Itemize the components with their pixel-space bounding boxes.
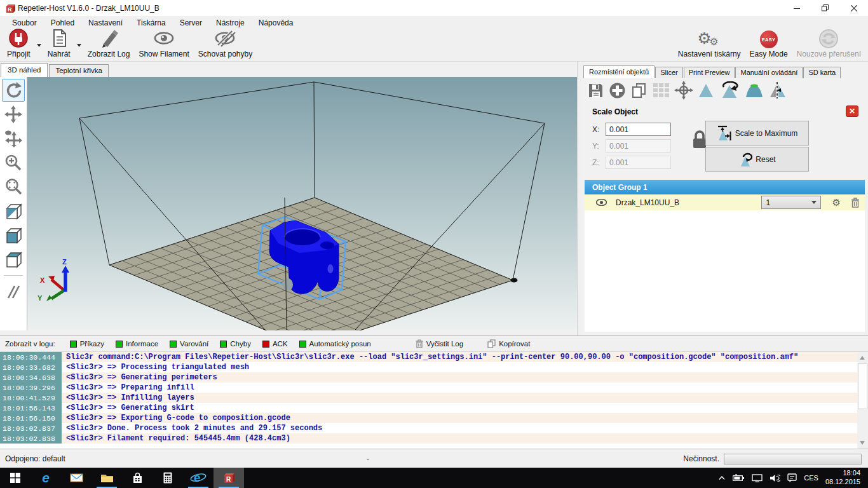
reset-scale-button[interactable]: Reset <box>705 147 809 172</box>
printer-settings-button[interactable]: ⚙ ⚙ Nastavení tiskárny <box>674 30 745 61</box>
object-delete-button[interactable] <box>851 198 860 208</box>
commands-indicator <box>70 341 77 348</box>
object-group-header[interactable]: Object Group 1 <box>585 180 865 194</box>
log-message: <Slic3r> Filament required: 545445.4mm (… <box>62 434 290 443</box>
axis-z-label: Z <box>62 258 67 266</box>
hide-moves-button[interactable]: Schovat pohyby <box>194 30 257 61</box>
tab-object-placement[interactable]: Rozmístění objektů <box>583 65 654 78</box>
load-dropdown[interactable] <box>75 30 83 61</box>
scale-y-input[interactable] <box>606 139 671 152</box>
center-object-button[interactable] <box>674 81 693 100</box>
errors-indicator <box>220 341 227 348</box>
autoposition-button[interactable] <box>653 82 670 99</box>
object-row[interactable]: Drzak_LM10UU_B 1 ⚙ <box>585 194 865 210</box>
isometric-view-button[interactable] <box>2 200 25 222</box>
rotate-object-button[interactable] <box>719 81 740 99</box>
tab-3d-view[interactable]: 3D náhled <box>1 63 48 77</box>
zoom-in-button[interactable] <box>2 151 25 174</box>
zoom-fit-button[interactable] <box>2 175 25 198</box>
easy-mode-button[interactable]: EASY Easy Mode <box>745 30 792 61</box>
copies-dropdown[interactable]: 1 <box>761 196 821 209</box>
parallel-projection-button[interactable] <box>2 280 25 303</box>
taskbar-clock[interactable]: 18:04 08.12.2015 <box>825 469 860 487</box>
menu-tiskarna[interactable]: Tiskárna <box>130 17 173 29</box>
object-settings-gear-icon[interactable]: ⚙ <box>832 198 841 207</box>
taskbar-internet-explorer[interactable]: e <box>183 468 214 488</box>
rotate-view-button[interactable] <box>2 79 25 102</box>
emergency-stop-button[interactable]: Nouzové přerušení <box>792 30 865 61</box>
scale-object-button[interactable] <box>698 82 714 98</box>
pan-view-button[interactable] <box>2 103 25 126</box>
scale-to-maximum-button[interactable]: Scale to Maximum <box>705 121 809 146</box>
mirror-object-button[interactable] <box>768 81 787 99</box>
move-object-button[interactable] <box>2 127 25 150</box>
filter-ack[interactable]: ACK <box>257 338 294 349</box>
front-view-button[interactable] <box>2 224 25 247</box>
battery-icon[interactable] <box>733 474 745 482</box>
eye-icon <box>153 28 175 48</box>
menu-napoveda[interactable]: Nápověda <box>252 17 301 29</box>
taskbar-file-explorer[interactable] <box>92 468 122 488</box>
tab-sd-card[interactable]: SD karta <box>803 67 841 78</box>
tab-print-preview[interactable]: Print Preview <box>684 67 735 78</box>
filter-warnings[interactable]: Varování <box>164 338 214 349</box>
axis-indicator: X Y Z <box>37 258 69 302</box>
lay-flat-button[interactable] <box>745 82 764 98</box>
minimize-button[interactable] <box>782 0 811 16</box>
copy-log-button[interactable]: Kopírovat <box>482 337 536 350</box>
object-visibility-eye-icon[interactable] <box>596 199 607 206</box>
scrollbar-thumb[interactable] <box>858 363 867 409</box>
notification-icon[interactable] <box>787 473 797 482</box>
connect-dropdown[interactable] <box>35 30 43 61</box>
filter-autoscroll[interactable]: Automatický posun <box>294 338 377 349</box>
show-log-label: Zobrazit Log <box>88 50 130 58</box>
scroll-down-icon[interactable] <box>860 441 865 445</box>
save-composition-button[interactable] <box>587 82 604 99</box>
taskbar-store[interactable] <box>122 468 153 488</box>
tab-temperature-curve[interactable]: Teplotní křivka <box>49 64 109 77</box>
menu-nastroje[interactable]: Nástroje <box>209 17 252 29</box>
menu-server[interactable]: Server <box>173 17 209 29</box>
panel-splitter[interactable] <box>577 62 582 336</box>
start-button[interactable] <box>0 468 31 488</box>
trash-icon <box>416 339 423 348</box>
load-button[interactable]: Nahrát <box>43 30 75 61</box>
keyboard-layout[interactable]: CES <box>804 474 818 482</box>
clear-log-button[interactable]: Vyčistit Log <box>410 337 469 350</box>
tray-chevron-up-icon[interactable] <box>718 475 726 480</box>
speaker-icon[interactable] <box>770 474 780 482</box>
scroll-up-icon[interactable] <box>860 356 865 360</box>
tab-slicer[interactable]: Slicer <box>655 67 683 78</box>
connect-plug-icon <box>8 28 29 48</box>
menu-soubor[interactable]: Soubor <box>5 17 44 29</box>
copy-object-button[interactable] <box>630 82 648 99</box>
filter-information[interactable]: Informace <box>110 338 164 349</box>
axis-x-label: X <box>40 276 45 284</box>
log-scrollbar[interactable] <box>857 352 868 449</box>
minimize-icon <box>794 5 800 11</box>
restore-button[interactable] <box>811 0 839 16</box>
filter-commands[interactable]: Příkazy <box>64 338 110 349</box>
taskbar-calculator[interactable] <box>153 468 183 488</box>
scale-panel-close-button[interactable]: ✕ <box>846 105 858 117</box>
taskbar-edge[interactable]: e <box>31 468 61 488</box>
top-view-button[interactable] <box>2 248 25 271</box>
menu-nastaveni[interactable]: Nastavení <box>81 17 130 29</box>
taskbar-mail[interactable] <box>61 468 92 488</box>
calculator-icon <box>163 472 172 484</box>
information-indicator <box>116 341 123 348</box>
filter-errors[interactable]: Chyby <box>214 338 257 349</box>
add-object-button[interactable] <box>609 82 626 99</box>
menu-pohled[interactable]: Pohled <box>44 17 81 29</box>
easy-mode-label: Easy Mode <box>750 50 788 58</box>
connect-button[interactable]: Připojit <box>3 30 35 61</box>
viewport-3d[interactable]: X Y Z <box>27 77 577 330</box>
tab-manual-control[interactable]: Manuální ovládání <box>735 67 803 78</box>
show-filament-button[interactable]: Show Filament <box>134 30 193 61</box>
network-icon[interactable] <box>752 474 763 482</box>
show-log-button[interactable]: Zobrazit Log <box>83 30 135 61</box>
taskbar-repetier-host[interactable]: R <box>214 468 244 488</box>
scale-x-input[interactable] <box>606 123 671 136</box>
scale-z-input[interactable] <box>606 156 671 169</box>
close-button[interactable] <box>839 0 868 16</box>
